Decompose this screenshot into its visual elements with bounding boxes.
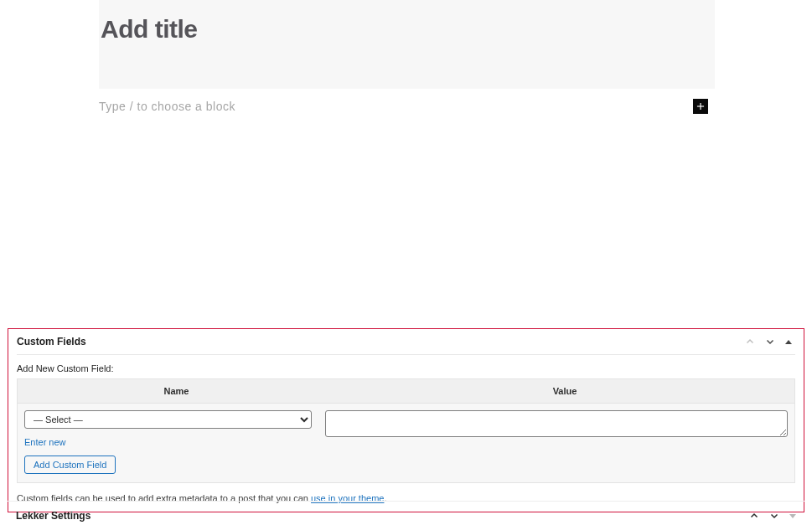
lekker-toggle-button[interactable] — [789, 514, 796, 518]
custom-fields-header: Custom Fields — [17, 336, 795, 355]
post-title-block[interactable]: Add title — [99, 0, 715, 89]
panel-toggle-button[interactable] — [785, 340, 792, 344]
custom-fields-title: Custom Fields — [17, 336, 86, 347]
panel-move-down-button[interactable] — [765, 337, 775, 347]
plus-icon — [695, 100, 706, 112]
custom-fields-panel: Custom Fields Add New Custom Field: Name… — [8, 328, 804, 512]
custom-field-name-select[interactable]: — Select — — [24, 410, 312, 429]
block-chooser-row: Type / to choose a block — [99, 89, 715, 114]
add-custom-field-button[interactable]: Add Custom Field — [24, 456, 116, 474]
lekker-move-up-button[interactable] — [749, 511, 759, 521]
lekker-settings-panel: Lekker Settings — [8, 501, 804, 525]
custom-fields-table: Name Value — Select — Enter new Add Cust… — [17, 378, 795, 483]
lekker-settings-title: Lekker Settings — [16, 510, 91, 522]
chevron-up-icon — [745, 337, 755, 347]
add-block-button[interactable] — [693, 99, 708, 114]
post-title-placeholder: Add title — [99, 15, 715, 44]
block-chooser-hint[interactable]: Type / to choose a block — [99, 100, 235, 113]
chevron-up-icon — [749, 511, 759, 521]
panel-move-up-button[interactable] — [745, 337, 755, 347]
lekker-move-down-button[interactable] — [769, 511, 779, 521]
custom-field-value-textarea[interactable] — [325, 410, 788, 437]
column-header-name: Name — [18, 379, 335, 403]
column-header-value: Value — [335, 379, 794, 403]
enter-new-link[interactable]: Enter new — [24, 437, 66, 447]
chevron-down-icon — [769, 511, 779, 521]
chevron-down-icon — [765, 337, 775, 347]
add-new-custom-field-label: Add New Custom Field: — [17, 363, 795, 373]
